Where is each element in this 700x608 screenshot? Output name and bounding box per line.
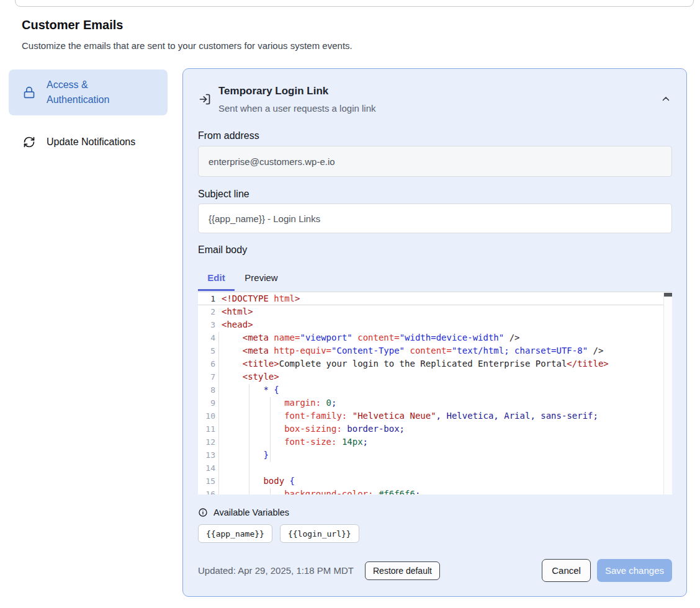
from-address-label: From address [198, 130, 259, 141]
code-line[interactable]: 14 [198, 462, 672, 475]
line-number: 6 [198, 357, 215, 370]
restore-default-button[interactable]: Restore default [365, 561, 440, 580]
log-in-icon [199, 93, 211, 105]
line-number: 15 [198, 475, 215, 488]
code-text: <!DOCTYPE html> [222, 292, 300, 305]
code-text: <style> [222, 370, 279, 383]
code-text: body { [222, 475, 295, 488]
indent-guide [270, 488, 271, 494]
code-line[interactable]: 11 box-sizing: border-box; [198, 422, 672, 436]
email-body-label: Email body [198, 244, 247, 256]
tab-preview[interactable]: Preview [235, 266, 288, 289]
code-line[interactable]: 6 <title>Complete your login to the Repl… [198, 357, 672, 370]
code-line[interactable]: 12 font-size: 14px; [198, 436, 672, 449]
subject-line-label: Subject line [198, 189, 249, 200]
line-number: 4 [198, 331, 215, 344]
code-line[interactable]: 8 * { [198, 383, 672, 396]
code-line[interactable]: 9 margin: 0; [198, 396, 672, 409]
code-line[interactable]: 13 } [198, 449, 672, 462]
code-text: } [222, 449, 269, 462]
indent-guide [218, 332, 219, 494]
previous-panel-bottom-edge [15, 0, 694, 7]
code-line[interactable]: 1<!DOCTYPE html> [198, 292, 672, 305]
line-number: 12 [198, 436, 215, 449]
code-editor[interactable]: 1<!DOCTYPE html>2<html>3<head>4 <meta na… [198, 292, 672, 494]
indent-guide [270, 397, 271, 462]
chevron-up-icon [660, 94, 671, 105]
code-line[interactable]: 10 font-family: "Helvetica Neue", Helvet… [198, 409, 672, 422]
code-line[interactable]: 4 <meta name="viewport" content="width=d… [198, 331, 672, 344]
lock-icon [23, 86, 35, 99]
active-tab-indicator [198, 289, 235, 291]
code-text: <html> [222, 305, 253, 318]
code-line[interactable]: 16 background-color: #f6f6f6; [198, 488, 672, 494]
subject-line-input[interactable] [198, 203, 672, 233]
code-line[interactable]: 5 <meta http-equiv="Content-Type" conten… [198, 344, 672, 357]
code-text: <meta name="viewport" content="width=dev… [222, 331, 520, 344]
variable-chip-login-url[interactable]: {{login_url}} [280, 524, 359, 543]
line-number: 14 [198, 462, 215, 475]
available-variables-label: Available Variables [213, 507, 289, 517]
refresh-icon [23, 136, 35, 148]
updated-timestamp: Updated: Apr 29, 2025, 1:18 PM MDT [198, 565, 354, 576]
code-text: font-size: 14px; [222, 436, 368, 449]
indent-guide [249, 384, 249, 494]
sidebar-item-label: Update Notifications [47, 135, 135, 150]
code-line[interactable]: 15 body { [198, 475, 672, 488]
code-text: background-color: #f6f6f6; [222, 488, 420, 494]
code-line[interactable]: 3<head> [198, 318, 672, 331]
code-text: <head> [222, 318, 253, 331]
code-text: font-family: "Helvetica Neue", Helvetica… [222, 409, 598, 422]
tab-edit[interactable]: Edit [198, 266, 235, 289]
code-text: * { [222, 383, 279, 396]
from-address-input [198, 146, 672, 177]
customer-emails-page: Customer Emails Customize the emails tha… [0, 0, 700, 608]
line-number: 7 [198, 370, 215, 383]
sidebar-item-access-authentication[interactable]: Access & Authentication [9, 69, 168, 115]
code-editor-lines: 1<!DOCTYPE html>2<html>3<head>4 <meta na… [198, 292, 672, 494]
variable-chip-app-name[interactable]: {{app_name}} [198, 524, 272, 543]
cancel-button[interactable]: Cancel [542, 559, 591, 582]
code-text: <title>Complete your login to the Replic… [222, 357, 609, 370]
line-number: 8 [198, 383, 215, 396]
collapse-button[interactable] [658, 91, 674, 107]
code-text: <meta http-equiv="Content-Type" content=… [222, 344, 603, 357]
info-icon [198, 507, 208, 517]
line-number: 10 [198, 409, 215, 422]
line-number: 11 [198, 422, 215, 436]
code-line[interactable]: 2<html> [198, 305, 672, 318]
scrollbar-thumb[interactable] [664, 293, 672, 297]
line-number: 1 [198, 292, 215, 305]
page-subtitle: Customize the emails that are sent to yo… [22, 40, 352, 51]
line-number: 5 [198, 344, 215, 357]
line-number: 16 [198, 488, 215, 494]
line-number: 3 [198, 318, 215, 331]
code-text: margin: 0; [222, 396, 336, 409]
sidebar-item-update-notifications[interactable]: Update Notifications [9, 130, 168, 154]
line-number: 2 [198, 305, 215, 318]
page-title: Customer Emails [22, 18, 123, 32]
sidebar-item-label: Access & Authentication [47, 78, 140, 107]
card-title: Temporary Login Link [218, 85, 328, 97]
card-description: Sent when a user requests a login link [218, 103, 375, 114]
save-changes-button[interactable]: Save changes [597, 559, 672, 582]
email-settings-card: Temporary Login Link Sent when a user re… [182, 68, 687, 597]
editor-scrollbar[interactable] [663, 293, 672, 494]
line-number: 9 [198, 396, 215, 409]
line-number: 13 [198, 449, 215, 462]
code-line[interactable]: 7 <style> [198, 370, 672, 383]
